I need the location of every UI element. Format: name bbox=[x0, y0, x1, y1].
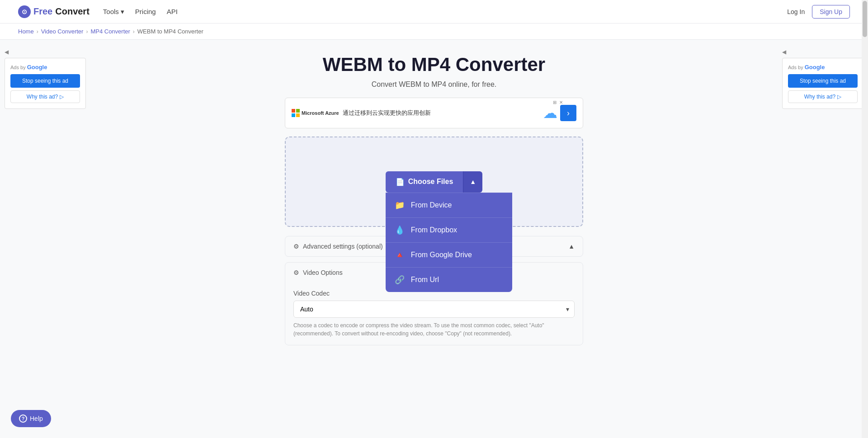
right-stop-ad-button[interactable]: Stop seeing this ad bbox=[788, 74, 858, 88]
codec-hint: Choose a codec to encode or compress the… bbox=[293, 321, 575, 338]
dropdown-item-device[interactable]: 📁 From Device bbox=[386, 193, 512, 217]
main-nav: Tools ▾ Pricing API bbox=[103, 8, 178, 16]
breadcrumb-mp4-converter[interactable]: MP4 Converter bbox=[90, 28, 130, 35]
left-ads-by-google: Ads by Google bbox=[10, 64, 80, 71]
right-ad-box: Ads by Google Stop seeing this ad Why th… bbox=[782, 58, 863, 109]
right-why-ad-button[interactable]: Why this ad? ▷ bbox=[788, 90, 858, 103]
left-stop-ad-button[interactable]: Stop seeing this ad bbox=[10, 74, 80, 88]
device-icon: 📁 bbox=[395, 200, 405, 210]
choose-files-toggle-button[interactable]: ▲ bbox=[463, 171, 482, 193]
dropdown-item-google-drive[interactable]: 🔺 From Google Drive bbox=[386, 242, 512, 267]
codec-select[interactable]: Auto H.264 H.265 VP8 VP9 AV1 Copy bbox=[293, 301, 575, 318]
breadcrumb-current: WEBM to MP4 Converter bbox=[137, 28, 203, 35]
right-ad-panel: ◀ Ads by Google Stop seeing this ad Why … bbox=[778, 40, 868, 437]
header: ⊙ FreeConvert Tools ▾ Pricing API Log In… bbox=[0, 0, 868, 24]
ms-squares bbox=[292, 109, 300, 117]
dropdown-item-url[interactable]: 🔗 From Url bbox=[386, 267, 512, 292]
right-ads-by-google: Ads by Google bbox=[788, 64, 858, 71]
logo[interactable]: ⊙ FreeConvert bbox=[18, 5, 90, 18]
left-ad-back-arrow[interactable]: ◀ bbox=[5, 49, 9, 55]
header-right: Log In Sign Up bbox=[787, 5, 850, 19]
right-ad-back-arrow[interactable]: ◀ bbox=[782, 49, 786, 55]
page-layout: ◀ Ads by Google Stop seeing this ad Why … bbox=[0, 40, 868, 437]
file-icon: 📄 bbox=[396, 178, 405, 186]
chevron-up-icon: ▲ bbox=[470, 178, 476, 185]
ad-banner-controls: ⊞ ✕ bbox=[553, 100, 563, 105]
help-circle-icon: ? bbox=[19, 414, 27, 423]
ms-azure-text: Microsoft Azure bbox=[302, 110, 339, 116]
settings-chevron-icon: ▲ bbox=[568, 243, 575, 250]
ad-banner-left: Microsoft Azure 通过迁移到云实现更快的应用创新 bbox=[292, 109, 543, 117]
page-title: WEBM to MP4 Converter bbox=[285, 53, 583, 76]
logo-icon: ⊙ bbox=[18, 5, 31, 18]
video-gear-icon: ⚙ bbox=[293, 269, 299, 276]
main-content: WEBM to MP4 Converter Convert WEBM to MP… bbox=[276, 40, 592, 437]
help-button[interactable]: ? Help bbox=[11, 410, 51, 427]
scrollbar[interactable] bbox=[862, 0, 868, 437]
codec-section: Video Codec Auto H.264 H.265 VP8 VP9 AV1… bbox=[285, 283, 583, 345]
dropbox-icon: 💧 bbox=[395, 225, 405, 235]
choose-files-container: 📄 Choose Files ▲ 📁 From Device 💧 From Dr… bbox=[386, 171, 482, 193]
left-google-label: Google bbox=[27, 64, 47, 71]
breadcrumb: Home › Video Converter › MP4 Converter ›… bbox=[0, 24, 868, 40]
nav-tools[interactable]: Tools ▾ bbox=[103, 8, 124, 16]
signup-button[interactable]: Sign Up bbox=[812, 5, 850, 19]
login-button[interactable]: Log In bbox=[787, 8, 805, 15]
left-ad-box: Ads by Google Stop seeing this ad Why th… bbox=[5, 58, 86, 109]
choose-files-row: 📄 Choose Files ▲ bbox=[386, 171, 482, 193]
breadcrumb-home[interactable]: Home bbox=[18, 28, 34, 35]
choose-files-button[interactable]: 📄 Choose Files bbox=[386, 171, 463, 193]
ad-banner-text: 通过迁移到云实现更快的应用创新 bbox=[343, 109, 431, 117]
left-why-ad-button[interactable]: Why this ad? ▷ bbox=[10, 90, 80, 103]
nav-pricing[interactable]: Pricing bbox=[135, 8, 156, 15]
left-ad-panel: ◀ Ads by Google Stop seeing this ad Why … bbox=[0, 40, 90, 437]
nav-api[interactable]: API bbox=[167, 8, 178, 15]
breadcrumb-sep-2: › bbox=[86, 28, 88, 35]
left-why-ad-icon: ▷ bbox=[60, 94, 64, 100]
logo-free: Free bbox=[33, 6, 52, 17]
google-drive-icon: 🔺 bbox=[395, 250, 405, 260]
codec-select-wrapper: Auto H.264 H.265 VP8 VP9 AV1 Copy ▾ bbox=[293, 301, 575, 318]
breadcrumb-video-converter[interactable]: Video Converter bbox=[41, 28, 84, 35]
ms-azure-logo: Microsoft Azure bbox=[292, 109, 339, 117]
ad-banner-right: ☁ › bbox=[543, 104, 576, 122]
link-icon: 🔗 bbox=[395, 275, 405, 285]
breadcrumb-sep-1: › bbox=[37, 28, 38, 35]
scrollbar-thumb[interactable] bbox=[863, 1, 867, 37]
page-subtitle: Convert WEBM to MP4 online, for free. bbox=[285, 80, 583, 89]
gear-icon: ⚙ bbox=[293, 243, 299, 250]
ad-cloud-icon: ☁ bbox=[543, 104, 557, 122]
logo-convert: Convert bbox=[55, 6, 90, 17]
ad-banner: ⊞ ✕ Microsoft Azure 通过迁移到云实现更快的应用创新 ☁ bbox=[285, 98, 583, 128]
settings-header-left: ⚙ Advanced settings (optional) bbox=[293, 243, 383, 250]
breadcrumb-sep-3: › bbox=[133, 28, 135, 35]
right-why-ad-icon: ▷ bbox=[837, 94, 841, 100]
ad-arrow-button[interactable]: › bbox=[560, 105, 576, 121]
chevron-down-icon: ▾ bbox=[121, 8, 124, 16]
choose-files-dropdown: 📁 From Device 💧 From Dropbox 🔺 From Goog… bbox=[386, 193, 512, 292]
dropdown-item-dropbox[interactable]: 💧 From Dropbox bbox=[386, 217, 512, 242]
right-google-label: Google bbox=[805, 64, 825, 71]
upload-zone[interactable]: 📄 Choose Files ▲ 📁 From Device 💧 From Dr… bbox=[285, 137, 583, 227]
